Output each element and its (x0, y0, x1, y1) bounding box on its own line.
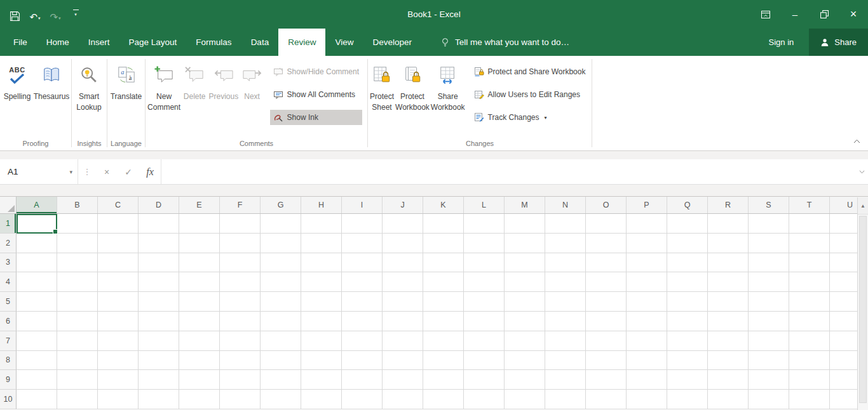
cell-I2[interactable] (342, 234, 383, 253)
show-all-comments-button[interactable]: Show All Comments (270, 87, 362, 102)
column-header-J[interactable]: J (383, 197, 423, 213)
cell-R4[interactable] (708, 272, 749, 292)
column-header-B[interactable]: B (57, 197, 98, 213)
share-workbook-button[interactable]: Share Workbook (430, 58, 466, 115)
cell-H9[interactable] (301, 370, 342, 390)
formula-bar-splitter[interactable]: ⋮ (78, 159, 96, 184)
cell-G3[interactable] (261, 253, 301, 273)
cell-I3[interactable] (342, 253, 383, 273)
tab-data[interactable]: Data (241, 29, 279, 56)
cell-D8[interactable] (139, 351, 179, 371)
ribbon-display-options-button[interactable] (751, 0, 780, 29)
cell-T7[interactable] (789, 331, 830, 351)
cell-F8[interactable] (220, 351, 261, 371)
cell-I7[interactable] (342, 331, 383, 351)
protect-and-share-workbook-button[interactable]: Protect and Share Workbook (471, 64, 589, 79)
row-header-3[interactable]: 3 (0, 253, 17, 273)
cell-B8[interactable] (57, 351, 98, 371)
name-box-dropdown-icon[interactable]: ▾ (69, 169, 78, 175)
cell-T5[interactable] (789, 292, 830, 312)
cell-O8[interactable] (586, 351, 627, 371)
cell-E3[interactable] (179, 253, 220, 273)
tab-page-layout[interactable]: Page Layout (119, 29, 187, 56)
column-header-R[interactable]: R (708, 197, 749, 213)
cell-I9[interactable] (342, 370, 383, 390)
column-header-H[interactable]: H (301, 197, 342, 213)
cell-E9[interactable] (179, 370, 220, 390)
cell-S1[interactable] (749, 214, 789, 234)
save-button[interactable] (8, 6, 22, 23)
cell-J2[interactable] (383, 234, 423, 253)
cell-S8[interactable] (749, 351, 789, 371)
cell-G1[interactable] (261, 214, 301, 234)
row-header-9[interactable]: 9 (0, 370, 17, 390)
cell-E7[interactable] (179, 331, 220, 351)
cell-B2[interactable] (57, 234, 98, 253)
cell-C3[interactable] (98, 253, 139, 273)
tab-insert[interactable]: Insert (79, 29, 119, 56)
cell-L4[interactable] (464, 272, 505, 292)
cell-G5[interactable] (261, 292, 301, 312)
cell-C1[interactable] (98, 214, 139, 234)
delete-comment-button[interactable]: Delete (181, 58, 208, 104)
cell-C8[interactable] (98, 351, 139, 371)
cell-L8[interactable] (464, 351, 505, 371)
tab-developer[interactable]: Developer (363, 29, 421, 56)
show-hide-comment-button[interactable]: Show/Hide Comment (270, 64, 362, 79)
undo-dropdown-icon[interactable]: ▾ (38, 15, 41, 22)
enter-button[interactable]: ✓ (118, 159, 139, 184)
row-header-4[interactable]: 4 (0, 272, 17, 292)
tab-formulas[interactable]: Formulas (186, 29, 241, 56)
column-header-D[interactable]: D (139, 197, 179, 213)
cell-C5[interactable] (98, 292, 139, 312)
cell-D10[interactable] (139, 390, 179, 409)
cell-R5[interactable] (708, 292, 749, 312)
cell-T3[interactable] (789, 253, 830, 273)
cell-H6[interactable] (301, 312, 342, 331)
cell-S2[interactable] (749, 234, 789, 253)
cell-D9[interactable] (139, 370, 179, 390)
cell-O4[interactable] (586, 272, 627, 292)
cell-C2[interactable] (98, 234, 139, 253)
redo-button[interactable]: ↷ ▾ (48, 6, 62, 23)
cell-K5[interactable] (423, 292, 464, 312)
cell-H4[interactable] (301, 272, 342, 292)
cell-B3[interactable] (57, 253, 98, 273)
cell-S5[interactable] (749, 292, 789, 312)
cell-T2[interactable] (789, 234, 830, 253)
cell-O1[interactable] (586, 214, 627, 234)
cell-O9[interactable] (586, 370, 627, 390)
cell-L9[interactable] (464, 370, 505, 390)
cell-Q5[interactable] (667, 292, 708, 312)
cell-C9[interactable] (98, 370, 139, 390)
cell-R2[interactable] (708, 234, 749, 253)
smart-lookup-button[interactable]: Smart Lookup (73, 58, 105, 115)
expand-formula-bar-button[interactable] (855, 159, 868, 184)
cell-I10[interactable] (342, 390, 383, 409)
cell-N6[interactable] (545, 312, 586, 331)
cell-P1[interactable] (627, 214, 667, 234)
cell-Q6[interactable] (667, 312, 708, 331)
cell-A5[interactable] (17, 292, 57, 312)
cell-R8[interactable] (708, 351, 749, 371)
cell-L2[interactable] (464, 234, 505, 253)
name-box[interactable]: A1 ▾ (0, 159, 78, 184)
cell-N10[interactable] (545, 390, 586, 409)
cell-N1[interactable] (545, 214, 586, 234)
cell-M10[interactable] (505, 390, 545, 409)
protect-sheet-button[interactable]: Protect Sheet (369, 58, 395, 115)
cell-J6[interactable] (383, 312, 423, 331)
cell-B1[interactable] (57, 214, 98, 234)
column-header-S[interactable]: S (749, 197, 789, 213)
formula-input[interactable] (161, 159, 855, 184)
column-header-T[interactable]: T (789, 197, 830, 213)
cell-N2[interactable] (545, 234, 586, 253)
cell-P10[interactable] (627, 390, 667, 409)
cell-G7[interactable] (261, 331, 301, 351)
spelling-button[interactable]: ABC Spelling (1, 58, 33, 104)
cell-R6[interactable] (708, 312, 749, 331)
cell-R3[interactable] (708, 253, 749, 273)
customize-quick-access-button[interactable]: ▾ (69, 6, 83, 23)
cell-I4[interactable] (342, 272, 383, 292)
cell-T6[interactable] (789, 312, 830, 331)
